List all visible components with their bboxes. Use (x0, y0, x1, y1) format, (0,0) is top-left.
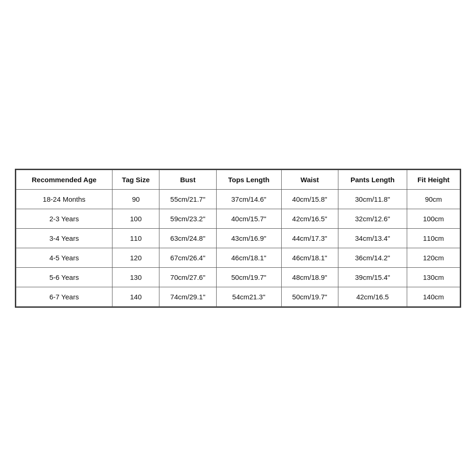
table-row: 6-7 Years14074cm/29.1"54cm21.3"50cm/19.7… (16, 287, 460, 306)
header-bust: Bust (159, 170, 216, 189)
cell-pants-length: 30cm/11.8" (338, 189, 407, 209)
size-chart-container: Recommended Age Tag Size Bust Tops Lengt… (15, 169, 461, 308)
cell-pants-length: 32cm/12.6" (338, 209, 407, 228)
cell-tops-length: 54cm21.3" (216, 287, 281, 306)
header-fit-height: Fit Height (407, 170, 460, 189)
cell-age: 5-6 Years (16, 267, 112, 287)
cell-fit-height: 130cm (407, 267, 460, 287)
cell-tops-length: 50cm/19.7" (216, 267, 281, 287)
cell-waist: 44cm/17.3" (281, 228, 338, 248)
cell-pants-length: 42cm/16.5 (338, 287, 407, 306)
cell-fit-height: 90cm (407, 189, 460, 209)
table-header-row: Recommended Age Tag Size Bust Tops Lengt… (16, 170, 460, 189)
cell-bust: 59cm/23.2" (159, 209, 216, 228)
header-tops-length: Tops Length (216, 170, 281, 189)
table-row: 4-5 Years12067cm/26.4"46cm/18.1"46cm/18.… (16, 248, 460, 267)
cell-fit-height: 120cm (407, 248, 460, 267)
cell-age: 6-7 Years (16, 287, 112, 306)
size-chart-table: Recommended Age Tag Size Bust Tops Lengt… (16, 170, 460, 307)
cell-waist: 42cm/16.5" (281, 209, 338, 228)
cell-tops-length: 40cm/15.7" (216, 209, 281, 228)
table-row: 5-6 Years13070cm/27.6"50cm/19.7"48cm/18.… (16, 267, 460, 287)
cell-tag-size: 90 (112, 189, 159, 209)
cell-tag-size: 120 (112, 248, 159, 267)
cell-bust: 63cm/24.8" (159, 228, 216, 248)
cell-waist: 50cm/19.7" (281, 287, 338, 306)
cell-tag-size: 140 (112, 287, 159, 306)
cell-waist: 48cm/18.9" (281, 267, 338, 287)
header-waist: Waist (281, 170, 338, 189)
cell-tops-length: 37cm/14.6" (216, 189, 281, 209)
cell-tag-size: 130 (112, 267, 159, 287)
cell-bust: 67cm/26.4" (159, 248, 216, 267)
header-recommended-age: Recommended Age (16, 170, 112, 189)
cell-waist: 46cm/18.1" (281, 248, 338, 267)
cell-age: 4-5 Years (16, 248, 112, 267)
cell-tag-size: 110 (112, 228, 159, 248)
table-row: 3-4 Years11063cm/24.8"43cm/16.9"44cm/17.… (16, 228, 460, 248)
cell-fit-height: 140cm (407, 287, 460, 306)
header-tag-size: Tag Size (112, 170, 159, 189)
table-row: 18-24 Months9055cm/21.7"37cm/14.6"40cm/1… (16, 189, 460, 209)
cell-tops-length: 46cm/18.1" (216, 248, 281, 267)
table-row: 2-3 Years10059cm/23.2"40cm/15.7"42cm/16.… (16, 209, 460, 228)
header-pants-length: Pants Length (338, 170, 407, 189)
cell-bust: 70cm/27.6" (159, 267, 216, 287)
cell-age: 3-4 Years (16, 228, 112, 248)
cell-tops-length: 43cm/16.9" (216, 228, 281, 248)
cell-pants-length: 34cm/13.4" (338, 228, 407, 248)
cell-bust: 55cm/21.7" (159, 189, 216, 209)
cell-age: 2-3 Years (16, 209, 112, 228)
cell-fit-height: 100cm (407, 209, 460, 228)
cell-pants-length: 36cm/14.2" (338, 248, 407, 267)
cell-age: 18-24 Months (16, 189, 112, 209)
cell-waist: 40cm/15.8" (281, 189, 338, 209)
cell-pants-length: 39cm/15.4" (338, 267, 407, 287)
cell-tag-size: 100 (112, 209, 159, 228)
cell-bust: 74cm/29.1" (159, 287, 216, 306)
cell-fit-height: 110cm (407, 228, 460, 248)
